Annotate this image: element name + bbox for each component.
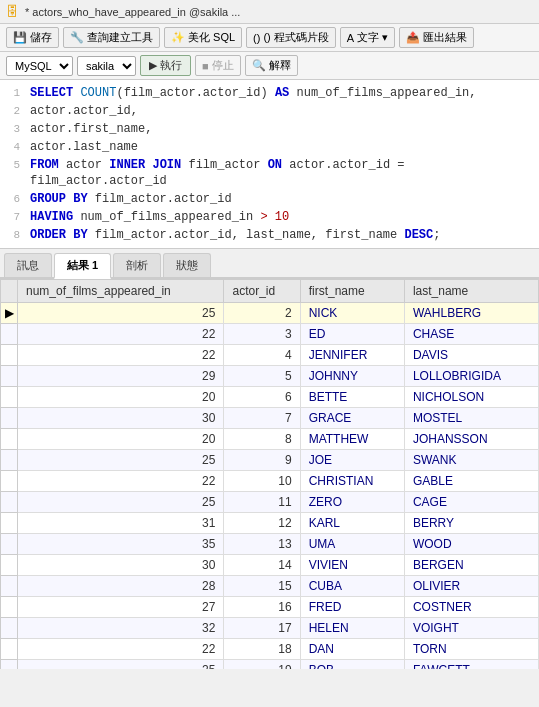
first-name-cell: JENNIFER bbox=[300, 345, 404, 366]
last-name-cell: OLIVIER bbox=[404, 576, 538, 597]
last-name-cell: FAWCETT bbox=[404, 660, 538, 670]
first-name-cell: DAN bbox=[300, 639, 404, 660]
num-films-cell: 28 bbox=[18, 576, 224, 597]
actor-id-cell: 10 bbox=[224, 471, 300, 492]
table-row[interactable]: 307GRACEMOSTEL bbox=[1, 408, 539, 429]
actor-id-cell: 7 bbox=[224, 408, 300, 429]
explain-button[interactable]: 🔍 解釋 bbox=[245, 55, 298, 76]
num-films-cell: 25 bbox=[18, 492, 224, 513]
table-row[interactable]: 3513UMAWOOD bbox=[1, 534, 539, 555]
row-marker bbox=[1, 513, 18, 534]
beautify-sql-button[interactable]: ✨ 美化 SQL bbox=[164, 27, 242, 48]
last-name-cell: LOLLOBRIGIDA bbox=[404, 366, 538, 387]
sql-line: 7HAVING num_of_films_appeared_in > 10 bbox=[0, 208, 539, 226]
sql-editor[interactable]: 1SELECT COUNT(film_actor.actor_id) AS nu… bbox=[0, 80, 539, 249]
last-name-cell: COSTNER bbox=[404, 597, 538, 618]
column-header: last_name bbox=[404, 280, 538, 303]
column-header: actor_id bbox=[224, 280, 300, 303]
sql-code: actor.actor_id, bbox=[30, 103, 138, 119]
table-row[interactable]: 259JOESWANK bbox=[1, 450, 539, 471]
save-button[interactable]: 💾 儲存 bbox=[6, 27, 59, 48]
row-marker bbox=[1, 408, 18, 429]
first-name-cell: ZERO bbox=[300, 492, 404, 513]
first-name-cell: NICK bbox=[300, 303, 404, 324]
sql-code: GROUP BY film_actor.actor_id bbox=[30, 191, 232, 207]
table-row[interactable]: 208MATTHEWJOHANSSON bbox=[1, 429, 539, 450]
first-name-cell: ED bbox=[300, 324, 404, 345]
text-icon: A bbox=[347, 32, 354, 44]
column-header: num_of_films_appeared_in bbox=[18, 280, 224, 303]
code-snippet-button[interactable]: () () 程式碼片段 bbox=[246, 27, 336, 48]
sql-line: 5FROM actor INNER JOIN film_actor ON act… bbox=[0, 156, 539, 190]
export-results-button[interactable]: 📤 匯出結果 bbox=[399, 27, 474, 48]
first-name-cell: BOB bbox=[300, 660, 404, 670]
last-name-cell: WOOD bbox=[404, 534, 538, 555]
num-films-cell: 29 bbox=[18, 366, 224, 387]
query-builder-button[interactable]: 🔧 查詢建立工具 bbox=[63, 27, 160, 48]
table-row[interactable]: ▶252NICKWAHLBERG bbox=[1, 303, 539, 324]
last-name-cell: CHASE bbox=[404, 324, 538, 345]
sql-line: 2 actor.actor_id, bbox=[0, 102, 539, 120]
table-row[interactable]: 3217HELENVOIGHT bbox=[1, 618, 539, 639]
line-number: 1 bbox=[0, 85, 30, 101]
run-button[interactable]: ▶ 執行 bbox=[140, 55, 191, 76]
stop-button[interactable]: ■ 停止 bbox=[195, 55, 241, 76]
schema-select[interactable]: sakila bbox=[77, 56, 136, 76]
actor-id-cell: 8 bbox=[224, 429, 300, 450]
table-row[interactable]: 2511ZEROCAGE bbox=[1, 492, 539, 513]
num-films-cell: 22 bbox=[18, 324, 224, 345]
num-films-cell: 25 bbox=[18, 450, 224, 471]
column-header: first_name bbox=[300, 280, 404, 303]
first-name-cell: MATTHEW bbox=[300, 429, 404, 450]
row-marker bbox=[1, 534, 18, 555]
beautify-icon: ✨ bbox=[171, 31, 185, 44]
table-row[interactable]: 2716FREDCOSTNER bbox=[1, 597, 539, 618]
row-marker bbox=[1, 492, 18, 513]
table-row[interactable]: 295JOHNNYLOLLOBRIGIDA bbox=[1, 366, 539, 387]
table-row[interactable]: 2815CUBAOLIVIER bbox=[1, 576, 539, 597]
row-marker bbox=[1, 597, 18, 618]
table-row[interactable]: 2210CHRISTIANGABLE bbox=[1, 471, 539, 492]
results-area[interactable]: num_of_films_appeared_inactor_idfirst_na… bbox=[0, 279, 539, 669]
table-row[interactable]: 2519BOBFAWCETT bbox=[1, 660, 539, 670]
table-row[interactable]: 3112KARLBERRY bbox=[1, 513, 539, 534]
table-row[interactable]: 206BETTENICHOLSON bbox=[1, 387, 539, 408]
num-films-cell: 22 bbox=[18, 639, 224, 660]
tab-結果1[interactable]: 結果 1 bbox=[54, 253, 111, 279]
last-name-cell: MOSTEL bbox=[404, 408, 538, 429]
first-name-cell: JOHNNY bbox=[300, 366, 404, 387]
row-marker bbox=[1, 345, 18, 366]
actor-id-cell: 14 bbox=[224, 555, 300, 576]
db-type-select[interactable]: MySQL bbox=[6, 56, 73, 76]
first-name-cell: FRED bbox=[300, 597, 404, 618]
tab-訊息[interactable]: 訊息 bbox=[4, 253, 52, 277]
dropdown-arrow-icon: ▾ bbox=[382, 31, 388, 44]
last-name-cell: CAGE bbox=[404, 492, 538, 513]
table-row[interactable]: 2218DANTORN bbox=[1, 639, 539, 660]
row-marker bbox=[1, 555, 18, 576]
text-button[interactable]: A 文字 ▾ bbox=[340, 27, 395, 48]
sql-code: HAVING num_of_films_appeared_in > 10 bbox=[30, 209, 289, 225]
table-row[interactable]: 223EDCHASE bbox=[1, 324, 539, 345]
row-marker bbox=[1, 660, 18, 670]
actor-id-cell: 5 bbox=[224, 366, 300, 387]
actor-id-cell: 11 bbox=[224, 492, 300, 513]
table-row[interactable]: 3014VIVIENBERGEN bbox=[1, 555, 539, 576]
num-films-cell: 32 bbox=[18, 618, 224, 639]
num-films-cell: 22 bbox=[18, 471, 224, 492]
last-name-cell: WAHLBERG bbox=[404, 303, 538, 324]
num-films-cell: 25 bbox=[18, 303, 224, 324]
stop-icon: ■ bbox=[202, 60, 209, 72]
num-films-cell: 31 bbox=[18, 513, 224, 534]
sql-code: SELECT COUNT(film_actor.actor_id) AS num… bbox=[30, 85, 477, 101]
first-name-cell: GRACE bbox=[300, 408, 404, 429]
tab-剖析[interactable]: 剖析 bbox=[113, 253, 161, 277]
table-row[interactable]: 224JENNIFERDAVIS bbox=[1, 345, 539, 366]
first-name-cell: CHRISTIAN bbox=[300, 471, 404, 492]
actor-id-cell: 9 bbox=[224, 450, 300, 471]
actor-id-cell: 13 bbox=[224, 534, 300, 555]
num-films-cell: 35 bbox=[18, 534, 224, 555]
line-number: 2 bbox=[0, 103, 30, 119]
tab-狀態[interactable]: 狀態 bbox=[163, 253, 211, 277]
row-marker bbox=[1, 471, 18, 492]
